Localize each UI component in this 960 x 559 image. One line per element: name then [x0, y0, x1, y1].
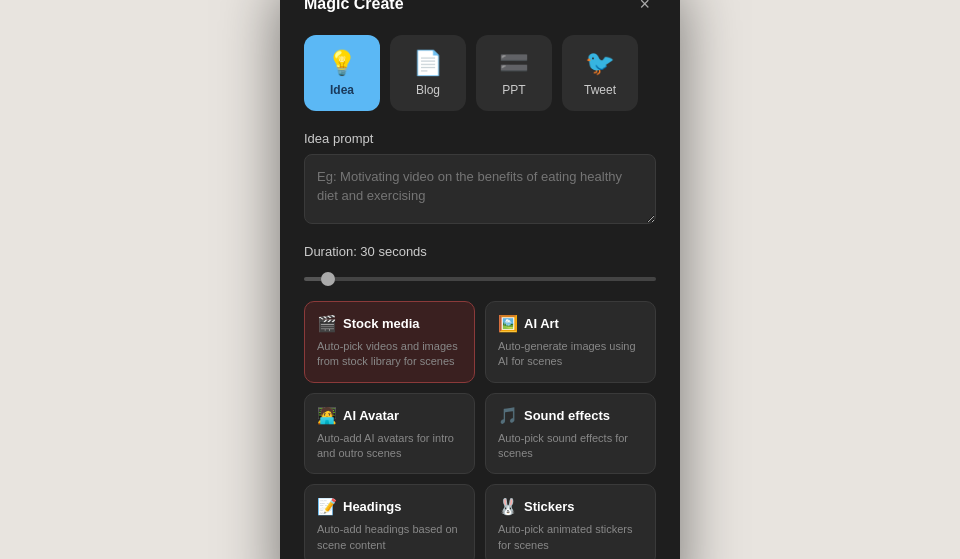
tab-bar: 💡Idea📄Blog🟰PPT🐦Tweet [304, 35, 656, 111]
ai-avatar-title: AI Avatar [343, 408, 399, 423]
sound-effects-desc: Auto-pick sound effects for scenes [498, 431, 643, 462]
headings-title: Headings [343, 499, 402, 514]
tab-tweet[interactable]: 🐦Tweet [562, 35, 638, 111]
stock-media-title: Stock media [343, 316, 420, 331]
option-header-stock-media: 🎬Stock media [317, 314, 462, 333]
tweet-icon: 🐦 [585, 49, 615, 77]
tab-blog[interactable]: 📄Blog [390, 35, 466, 111]
prompt-label: Idea prompt [304, 131, 656, 146]
stickers-title: Stickers [524, 499, 575, 514]
option-header-ai-avatar: 🧑‍💻AI Avatar [317, 406, 462, 425]
option-header-headings: 📝Headings [317, 497, 462, 516]
option-card-ai-avatar[interactable]: 🧑‍💻AI AvatarAuto-add AI avatars for intr… [304, 393, 475, 475]
sound-effects-title: Sound effects [524, 408, 610, 423]
magic-create-modal: Magic Create × 💡Idea📄Blog🟰PPT🐦Tweet Idea… [280, 0, 680, 559]
close-button[interactable]: × [633, 0, 656, 15]
option-card-sound-effects[interactable]: 🎵Sound effectsAuto-pick sound effects fo… [485, 393, 656, 475]
ai-art-desc: Auto-generate images using AI for scenes [498, 339, 643, 370]
option-card-headings[interactable]: 📝HeadingsAuto-add headings based on scen… [304, 484, 475, 559]
idea-label: Idea [330, 83, 354, 97]
option-header-ai-art: 🖼️AI Art [498, 314, 643, 333]
slider-container [304, 267, 656, 285]
option-header-stickers: 🐰Stickers [498, 497, 643, 516]
headings-icon: 📝 [317, 497, 337, 516]
option-header-sound-effects: 🎵Sound effects [498, 406, 643, 425]
ppt-icon: 🟰 [499, 49, 529, 77]
option-card-stock-media[interactable]: 🎬Stock mediaAuto-pick videos and images … [304, 301, 475, 383]
ppt-label: PPT [502, 83, 525, 97]
prompt-textarea[interactable] [304, 154, 656, 224]
tab-ppt[interactable]: 🟰PPT [476, 35, 552, 111]
modal-title: Magic Create [304, 0, 404, 13]
option-card-ai-art[interactable]: 🖼️AI ArtAuto-generate images using AI fo… [485, 301, 656, 383]
modal-header: Magic Create × [304, 0, 656, 15]
duration-slider[interactable] [304, 277, 656, 281]
tab-idea[interactable]: 💡Idea [304, 35, 380, 111]
ai-avatar-desc: Auto-add AI avatars for intro and outro … [317, 431, 462, 462]
stickers-desc: Auto-pick animated stickers for scenes [498, 522, 643, 553]
sound-effects-icon: 🎵 [498, 406, 518, 425]
duration-section: Duration: 30 seconds [304, 244, 656, 285]
duration-label: Duration: 30 seconds [304, 244, 656, 259]
option-card-stickers[interactable]: 🐰StickersAuto-pick animated stickers for… [485, 484, 656, 559]
tweet-label: Tweet [584, 83, 616, 97]
blog-label: Blog [416, 83, 440, 97]
blog-icon: 📄 [413, 49, 443, 77]
ai-avatar-icon: 🧑‍💻 [317, 406, 337, 425]
options-grid: 🎬Stock mediaAuto-pick videos and images … [304, 301, 656, 559]
stickers-icon: 🐰 [498, 497, 518, 516]
headings-desc: Auto-add headings based on scene content [317, 522, 462, 553]
ai-art-title: AI Art [524, 316, 559, 331]
stock-media-desc: Auto-pick videos and images from stock l… [317, 339, 462, 370]
idea-icon: 💡 [327, 49, 357, 77]
stock-media-icon: 🎬 [317, 314, 337, 333]
ai-art-icon: 🖼️ [498, 314, 518, 333]
